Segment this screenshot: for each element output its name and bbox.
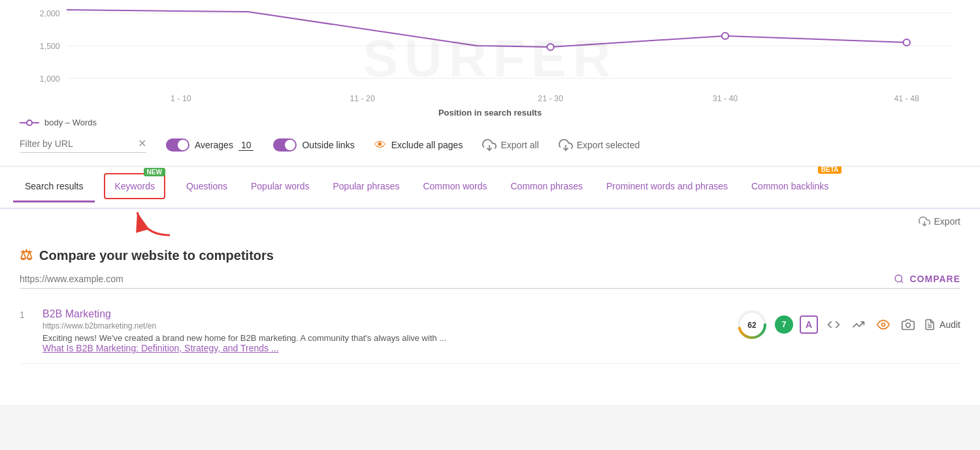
trend-icon[interactable] [849,315,868,334]
camera-icon[interactable] [899,315,917,334]
tab-common-backlinks-label: Common backlinks [751,181,828,191]
result-second-title-link[interactable]: What Is B2B Marketing: Definition, Strat… [42,343,279,353]
tab-popular-words[interactable]: Popular words [239,172,321,202]
tab-search-results-label: Search results [25,181,83,191]
exclude-pages-label: Exclude all pages [391,140,463,150]
averages-value[interactable]: 10 [238,140,254,151]
averages-label: Averages [195,140,233,150]
red-arrow-annotation [131,199,183,240]
result-title-link[interactable]: B2B Marketing [42,308,111,319]
tab-popular-phrases[interactable]: Popular phrases [321,172,412,202]
content-export-label: Export [934,216,960,227]
tab-popular-words-label: Popular words [251,181,310,191]
tab-common-phrases[interactable]: Common phrases [498,172,595,202]
result-url: https://www.b2bmarketing.net/en [42,321,726,330]
averages-toggle[interactable] [166,138,189,152]
keywords-wrapper: NEW Keywords [104,173,165,199]
compare-scale-icon: ⚖ [20,247,33,264]
tabs-section: Search results NEW Keywords Questions Po… [0,167,980,209]
compare-title: ⚖ Compare your website to competitors [20,247,960,264]
export-all-button[interactable]: Export all [482,138,538,152]
legend-dot [26,120,33,126]
chart-legend: body – Words [20,118,960,127]
svg-point-18 [895,275,902,282]
svg-line-19 [902,281,904,283]
svg-text:1,000: 1,000 [40,74,60,84]
svg-point-8 [904,39,910,46]
svg-point-23 [882,323,885,327]
tab-common-phrases-label: Common phrases [510,181,583,191]
averages-toggle-item: Averages 10 [166,138,253,152]
svg-text:1,500: 1,500 [40,42,60,51]
svg-text:31 - 40: 31 - 40 [713,94,738,103]
letter-a-icon: A [800,315,818,334]
svg-text:2,000: 2,000 [40,9,60,18]
compare-input-row: COMPARE [20,274,960,289]
tab-prominent-label: Prominent words and phrases [606,181,728,191]
svg-point-6 [547,44,553,50]
result-desc: Exciting news! We've created a brand new… [42,333,726,343]
svg-point-7 [722,33,728,39]
eye-icon: 👁 [374,138,386,152]
svg-text:41 - 48: 41 - 48 [894,94,920,103]
code-icon[interactable] [825,315,843,334]
result-content: B2B Marketing https://www.b2bmarketing.n… [42,308,726,353]
exclude-pages-item: 👁 Exclude all pages [374,138,463,152]
export-selected-button[interactable]: Export selected [559,138,640,152]
export-all-cloud-icon [482,138,497,152]
audit-clipboard-icon [924,319,936,330]
content-export-cloud-icon [919,216,930,227]
legend-line [20,122,39,123]
result-item: 1 B2B Marketing https://www.b2bmarketing… [20,298,960,364]
search-icon [894,274,904,284]
top-panel: SURFER 2,000 1,500 1,000 1 - 10 11 - 20 … [0,0,980,167]
compare-title-text: Compare your website to competitors [39,248,274,263]
svg-text:11 - 20: 11 - 20 [350,94,375,103]
chart-svg: 2,000 1,500 1,000 1 - 10 11 - 20 21 - 30… [20,7,960,104]
shield-score: 7 [775,315,793,334]
compare-button-label: COMPARE [909,274,960,284]
filter-url-wrapper: ✕ [20,137,146,153]
chart-area: SURFER 2,000 1,500 1,000 1 - 10 11 - 20 … [20,7,960,111]
export-all-label: Export all [500,140,538,150]
svg-point-24 [906,323,911,328]
audit-button-label: Audit [939,319,960,330]
tab-questions-label: Questions [186,181,227,191]
export-selected-label: Export selected [577,140,640,150]
tab-common-words-label: Common words [423,181,487,191]
tab-popular-phrases-label: Popular phrases [333,181,400,191]
badge-new: NEW [144,168,165,176]
eye-view-icon[interactable] [874,315,892,334]
clear-filter-icon[interactable]: ✕ [138,137,146,150]
compare-url-input[interactable] [20,274,894,284]
filter-url-input[interactable] [20,138,134,149]
compare-button[interactable]: COMPARE [894,274,960,284]
filter-bar: ✕ Averages 10 Outside links 👁 Exclude al… [20,137,960,153]
compare-section: ⚖ Compare your website to competitors CO… [20,234,960,298]
result-icons: 62 7 A [736,308,960,341]
tab-search-results[interactable]: Search results [13,172,95,202]
badge-beta: BETA [818,167,841,174]
export-selected-cloud-icon [559,138,573,152]
tab-common-backlinks[interactable]: BETA Common backlinks [740,172,840,202]
content-export-button[interactable]: Export [919,216,960,227]
svg-text:62: 62 [747,321,757,330]
tab-keywords-label: Keywords [114,181,154,191]
outside-links-toggle[interactable] [273,138,297,152]
outside-links-label: Outside links [302,140,354,150]
tab-questions[interactable]: Questions [174,172,239,202]
audit-button[interactable]: Audit [924,319,960,330]
svg-text:1 - 10: 1 - 10 [171,94,191,103]
legend-label: body – Words [44,118,97,127]
x-axis-label: Position in search results [20,108,960,118]
svg-text:21 - 30: 21 - 30 [538,94,563,103]
outside-links-toggle-item: Outside links [273,138,354,152]
result-number: 1 [20,308,33,320]
tab-prominent[interactable]: Prominent words and phrases [595,172,740,202]
score-gauge: 62 [736,308,768,341]
tab-common-words[interactable]: Common words [411,172,498,202]
